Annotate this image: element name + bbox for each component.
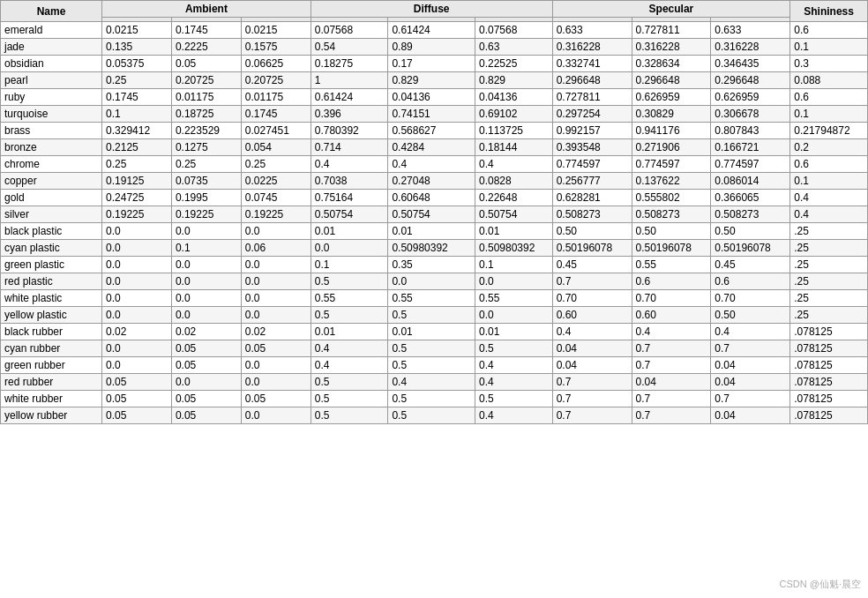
cell-s1: 0.393548 (552, 139, 632, 156)
cell-d2: 0.27048 (388, 173, 475, 190)
cell-d3: 0.04136 (475, 89, 552, 106)
cell-s1: 0.70 (552, 290, 632, 307)
cell-a1: 0.05 (102, 374, 172, 391)
cell-a3: 0.027451 (241, 123, 311, 139)
cell-a2: 0.19225 (171, 206, 241, 223)
cell-a3: 0.06625 (241, 56, 311, 72)
table-row: cyan rubber0.00.050.050.40.50.50.040.70.… (1, 340, 868, 357)
cell-name: brass (1, 123, 102, 139)
cell-s3: 0.70 (711, 290, 790, 307)
cell-a2: 0.02 (171, 324, 241, 340)
cell-a1: 0.0215 (102, 22, 172, 39)
cell-a2: 0.0 (171, 374, 241, 391)
cell-s3: 0.633 (711, 22, 790, 39)
cell-a3: 0.0215 (241, 22, 311, 39)
table-row: yellow rubber0.050.050.00.50.50.40.70.70… (1, 407, 868, 424)
cell-sh: .25 (790, 307, 868, 324)
cell-sh: 0.6 (790, 22, 868, 39)
cell-name: emerald (1, 22, 102, 39)
cell-d2: 0.829 (388, 72, 475, 89)
cell-s2: 0.70 (632, 290, 711, 307)
cell-sh: 0.4 (790, 206, 868, 223)
cell-sh: .078125 (790, 391, 868, 407)
col-header-shininess: Shininess (790, 1, 868, 22)
cell-s1: 0.7 (552, 407, 632, 424)
cell-d3: 0.829 (475, 72, 552, 89)
cell-d3: 0.4 (475, 407, 552, 424)
cell-a3: 0.0 (241, 307, 311, 324)
cell-s2: 0.4 (632, 324, 711, 340)
cell-d1: 0.01 (311, 324, 388, 340)
cell-a3: 0.1575 (241, 39, 311, 56)
cell-sh: 0.4 (790, 190, 868, 206)
cell-a2: 0.0 (171, 257, 241, 273)
cell-d2: 0.60648 (388, 190, 475, 206)
cell-a2: 0.05 (171, 357, 241, 374)
cell-s1: 0.332741 (552, 56, 632, 72)
cell-s2: 0.04 (632, 374, 711, 391)
cell-a2: 0.0 (171, 290, 241, 307)
cell-d1: 0.18275 (311, 56, 388, 72)
cell-s2: 0.50196078 (632, 240, 711, 257)
cell-a1: 0.24725 (102, 190, 172, 206)
cell-d1: 0.714 (311, 139, 388, 156)
cell-d2: 0.5 (388, 357, 475, 374)
cell-d3: 0.0 (475, 273, 552, 290)
cell-sh: .078125 (790, 374, 868, 391)
cell-s1: 0.628281 (552, 190, 632, 206)
cell-d3: 0.07568 (475, 22, 552, 39)
cell-d2: 0.01 (388, 223, 475, 240)
cell-s2: 0.555802 (632, 190, 711, 206)
cell-s2: 0.271906 (632, 139, 711, 156)
cell-a2: 0.01175 (171, 89, 241, 106)
cell-name: black plastic (1, 223, 102, 240)
cell-sh: 0.1 (790, 173, 868, 190)
cell-s1: 0.04 (552, 357, 632, 374)
cell-s3: 0.346435 (711, 56, 790, 72)
cell-s1: 0.297254 (552, 106, 632, 123)
cell-s2: 0.30829 (632, 106, 711, 123)
cell-name: cyan plastic (1, 240, 102, 257)
cell-a3: 0.054 (241, 139, 311, 156)
cell-s2: 0.60 (632, 307, 711, 324)
cell-s3: 0.366065 (711, 190, 790, 206)
cell-d3: 0.01 (475, 223, 552, 240)
cell-s1: 0.7 (552, 273, 632, 290)
cell-name: chrome (1, 156, 102, 173)
cell-sh: .25 (790, 223, 868, 240)
cell-s3: 0.508273 (711, 206, 790, 223)
cell-s1: 0.7 (552, 374, 632, 391)
cell-name: gold (1, 190, 102, 206)
cell-s3: 0.04 (711, 407, 790, 424)
cell-a1: 0.0 (102, 357, 172, 374)
cell-sh: 0.1 (790, 39, 868, 56)
cell-a3: 0.05 (241, 340, 311, 357)
cell-sh: .078125 (790, 340, 868, 357)
cell-d1: 0.1 (311, 257, 388, 273)
cell-name: jade (1, 39, 102, 56)
cell-s2: 0.7 (632, 407, 711, 424)
cell-d3: 0.50980392 (475, 240, 552, 257)
cell-s1: 0.992157 (552, 123, 632, 139)
cell-s2: 0.316228 (632, 39, 711, 56)
cell-sh: .25 (790, 273, 868, 290)
table-row: white plastic0.00.00.00.550.550.550.700.… (1, 290, 868, 307)
cell-name: white rubber (1, 391, 102, 407)
cell-d1: 0.780392 (311, 123, 388, 139)
cell-a3: 0.0 (241, 223, 311, 240)
cell-a1: 0.135 (102, 39, 172, 56)
cell-s1: 0.296648 (552, 72, 632, 89)
cell-d2: 0.01 (388, 324, 475, 340)
cell-a3: 0.0745 (241, 190, 311, 206)
cell-name: cyan rubber (1, 340, 102, 357)
cell-d2: 0.17 (388, 56, 475, 72)
cell-a2: 0.05 (171, 56, 241, 72)
table-row: silver0.192250.192250.192250.507540.5075… (1, 206, 868, 223)
cell-d2: 0.4284 (388, 139, 475, 156)
cell-a2: 0.18725 (171, 106, 241, 123)
table-row: jade0.1350.22250.15750.540.890.630.31622… (1, 39, 868, 56)
cell-s1: 0.04 (552, 340, 632, 357)
cell-name: yellow rubber (1, 407, 102, 424)
cell-a2: 0.05 (171, 340, 241, 357)
cell-s2: 0.137622 (632, 173, 711, 190)
